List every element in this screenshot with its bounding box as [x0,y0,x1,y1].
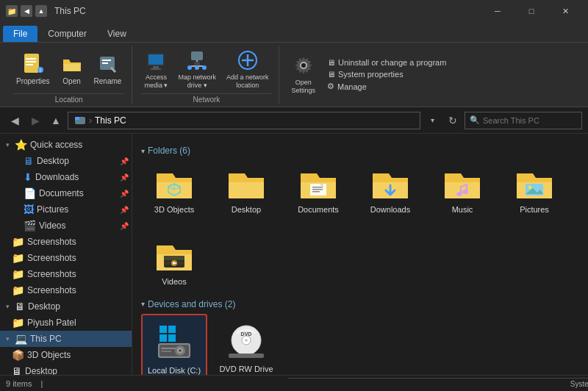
properties-icon: i [21,52,45,76]
window-title: This PC [54,6,476,16]
sidebar-screenshots-4-label: Screenshots [27,285,129,295]
properties-label: Properties [16,77,50,86]
add-network-button[interactable]: Add a networklocation [223,47,272,91]
access-media-label: Accessmedia ▾ [144,73,168,90]
window-controls: ─ □ ✕ [481,0,582,22]
tab-computer[interactable]: Computer [37,26,97,42]
3d-folder-icon [154,166,195,201]
folder-pictures[interactable]: Pictures [501,160,567,220]
ribbon-tabs: File Computer View [0,22,588,43]
sidebar-piyush-label: Piyush Patel [27,318,129,328]
screenshots-icon-3: 📁 [12,268,24,280]
system-items: 🖥 Uninstall or change a program 🖥 System… [324,57,449,92]
access-media-icon [144,49,168,72]
address-path[interactable]: › This PC [68,112,420,129]
sidebar-downloads[interactable]: ⬇ Downloads 📌 [0,169,132,185]
screenshots-icon-2: 📁 [12,252,24,264]
sidebar-quick-access[interactable]: ▾ ⭐ Quick access [0,137,132,153]
3d-objects-icon: 📦 [12,349,24,361]
tab-view[interactable]: View [97,26,137,42]
folder-downloads[interactable]: Downloads [357,160,423,220]
ribbon-group-location: i Properties Open [6,46,132,104]
svg-point-25 [301,63,306,68]
sidebar-this-pc-desktop[interactable]: 🖥 Desktop [0,363,132,375]
videos-pin: 📌 [120,222,129,230]
title-bar-icon-2: ◀ [21,5,32,17]
sidebar-pictures[interactable]: 🖼 Pictures 📌 [0,201,132,218]
sidebar-3d-objects[interactable]: 📦 3D Objects [0,347,132,363]
folder-documents[interactable]: Documents [285,160,351,220]
rename-button[interactable]: Rename [91,51,125,87]
3d-objects-label: 3D Objects [154,204,194,215]
manage-item[interactable]: ⚙ Manage [324,81,449,92]
forward-button[interactable]: ▶ [26,112,44,129]
uninstall-item[interactable]: 🖥 Uninstall or change a program [324,57,449,68]
sidebar-documents[interactable]: 📄 Documents 📌 [0,185,132,201]
refresh-button[interactable]: ↻ [444,112,462,129]
sidebar-desktop-label: Desktop [37,156,117,166]
downloads-pin: 📌 [120,173,129,182]
sidebar-screenshots-3[interactable]: 📁 Screenshots [0,266,132,282]
map-network-label: Map networkdrive ▾ [178,73,216,90]
sidebar-section-desktop[interactable]: ▾ 🖥 Desktop [0,298,132,315]
this-pc-desktop-icon: 🖥 [12,365,22,375]
svg-rect-41 [159,326,167,333]
sidebar-3d-objects-label: 3D Objects [27,350,129,360]
folders-section-header: ▾ Folders (6) [141,146,579,156]
svg-rect-3 [26,64,33,65]
pictures-folder-label: Pictures [520,204,549,215]
open-settings-button[interactable]: OpenSettings [288,52,318,96]
svg-rect-50 [161,348,176,349]
status-separator: | [40,379,43,388]
open-button[interactable]: Open [57,51,87,87]
sidebar-screenshots-4[interactable]: 📁 Screenshots [0,282,132,298]
tab-file[interactable]: File [3,26,37,42]
sidebar-this-pc[interactable]: ▾ 💻 This PC [0,331,132,347]
sidebar-quick-access-label: Quick access [30,140,129,150]
add-network-label: Add a networklocation [226,73,269,90]
screenshots-icon-4: 📁 [12,284,24,296]
folder-videos[interactable]: Videos [141,232,207,293]
svg-rect-27 [75,117,79,120]
videos-arrow [12,221,21,230]
search-box[interactable]: 🔍 Search This PC [465,112,582,129]
access-media-button[interactable]: Accessmedia ▾ [141,47,171,91]
sidebar-this-pc-desktop-label: Desktop [25,366,129,375]
documents-pin: 📌 [120,190,129,198]
drive-dvd[interactable]: DVD DVD RW Drive (E:) [213,314,279,375]
properties-button[interactable]: i Properties [13,51,53,87]
minimize-button[interactable]: ─ [481,0,514,22]
open-label: Open [62,77,80,86]
close-button[interactable]: ✕ [548,0,582,22]
sidebar-videos[interactable]: 🎬 Videos 📌 [0,218,132,234]
location-buttons: i Properties Open [13,46,124,92]
path-text: This PC [95,115,126,126]
folders-grid: 3D Objects Desktop [141,160,579,220]
sidebar-screenshots-2[interactable]: 📁 Screenshots [0,250,132,266]
add-network-icon [236,49,259,72]
drive-local-disk[interactable]: Local Disk (C:) [141,314,207,375]
sidebar-desktop[interactable]: 🖥 Desktop 📌 [0,153,132,169]
title-bar-icon-1: 📁 [6,5,18,17]
manage-icon: ⚙ [327,82,334,91]
sidebar-screenshots-1[interactable]: 📁 Screenshots [0,234,132,250]
svg-rect-12 [151,68,161,70]
rename-label: Rename [94,77,122,86]
maximize-button[interactable]: □ [514,0,548,22]
dropdown-button[interactable]: ▾ [423,112,441,129]
folder-music[interactable]: Music [429,160,495,220]
pictures-icon: 🖼 [24,204,34,215]
folder-desktop[interactable]: Desktop [213,160,279,220]
sidebar-piyush[interactable]: 📁 Piyush Patel [0,315,132,331]
pictures-folder-icon [514,166,555,201]
pictures-arrow [12,205,21,214]
network-group-label: Network [141,93,271,104]
map-network-icon [185,49,209,72]
back-button[interactable]: ◀ [6,112,24,129]
map-network-button[interactable]: Map networkdrive ▾ [175,47,219,91]
svg-point-19 [202,65,207,70]
title-bar: 📁 ◀ ▲ This PC ─ □ ✕ [0,0,588,22]
folder-3d-objects[interactable]: 3D Objects [141,160,207,220]
system-props-item[interactable]: 🖥 System properties [324,69,449,79]
up-button[interactable]: ▲ [47,112,65,129]
